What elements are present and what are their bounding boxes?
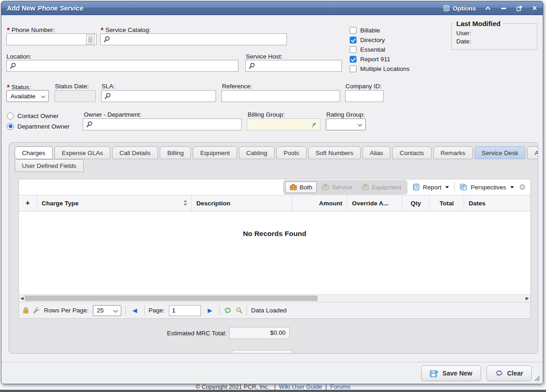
tab[interactable]: Charges (15, 146, 53, 159)
tab[interactable]: Alias (362, 146, 390, 159)
billing-group-input[interactable] (247, 118, 320, 130)
radio-button[interactable] (7, 123, 14, 130)
report-button[interactable]: Report (411, 183, 450, 191)
radio-option[interactable]: Contact Owner (7, 111, 82, 120)
checkbox-option[interactable]: Multiple Locations (350, 64, 410, 74)
checkbox-option[interactable]: Billable (350, 26, 410, 35)
billing-group-label: Billing Group: (248, 111, 285, 118)
column-header[interactable]: Override A... (347, 195, 402, 211)
checkbox[interactable] (350, 27, 357, 34)
sort-icon[interactable] (184, 200, 187, 206)
location-label: Location: (6, 53, 32, 60)
dialog-titlebar[interactable]: Add NewPhone Service Options (1, 1, 543, 15)
lock-icon[interactable] (23, 307, 29, 314)
company-id-input[interactable] (345, 90, 384, 102)
column-header[interactable]: Description (192, 195, 292, 211)
popout-icon[interactable] (515, 5, 523, 12)
minimize-icon[interactable] (500, 5, 507, 12)
close-icon[interactable]: × (531, 5, 538, 12)
filter-service-button[interactable]: Service (318, 182, 357, 193)
grid-body: No Records Found (19, 211, 530, 294)
horizontal-scrollbar[interactable]: ◀ ▶ (19, 294, 530, 302)
pager-divider (219, 306, 220, 316)
column-header[interactable]: Qty (402, 195, 430, 211)
rows-per-page-select[interactable]: 25 (93, 305, 121, 316)
tab[interactable]: Soft Numbers (308, 146, 361, 159)
scroll-right-icon[interactable]: ▶ (524, 295, 530, 301)
column-header[interactable]: Dates (464, 195, 530, 211)
forums-link[interactable]: Forums (330, 383, 350, 390)
checkbox[interactable] (350, 65, 357, 72)
rating-group-select[interactable] (326, 118, 366, 130)
page-input[interactable] (169, 305, 201, 316)
wrench-icon[interactable] (33, 307, 40, 314)
last-modified-date-label: Date: (456, 38, 471, 45)
prev-page-icon[interactable]: ◀ (130, 307, 140, 314)
tab[interactable]: Contacts (392, 146, 431, 159)
status-select[interactable]: Available (6, 90, 49, 102)
checkbox-label: Multiple Locations (360, 65, 410, 72)
filter-both-button[interactable]: Both (285, 182, 317, 193)
tab[interactable]: Cabling (239, 146, 275, 159)
no-records-message: No Records Found (19, 211, 530, 238)
checkbox-option[interactable]: Directory (350, 35, 410, 45)
radio-button[interactable] (7, 113, 14, 119)
reference-input[interactable] (222, 90, 340, 102)
tab[interactable]: User Defined Fields (15, 159, 84, 172)
checkbox-option[interactable]: Essential (350, 45, 410, 54)
scrollbar-thumb[interactable] (25, 295, 318, 301)
grid-toolbar: Both Service Equipment Report (19, 179, 530, 195)
options-button[interactable]: Options (443, 5, 476, 12)
checkbox[interactable] (350, 46, 357, 53)
service-catalog-input[interactable] (100, 33, 287, 45)
gear-icon[interactable]: ⚙ (519, 183, 526, 191)
location-input[interactable] (6, 60, 238, 72)
grid-header: + Charge Type Description Amount (19, 195, 530, 211)
phone-number-input[interactable] (6, 33, 97, 45)
collapse-icon[interactable] (484, 5, 492, 12)
chevron-down-icon (41, 94, 46, 98)
column-label: Amount (319, 200, 342, 207)
tab[interactable]: Remarks (433, 146, 473, 159)
column-header[interactable]: + (19, 195, 37, 211)
next-page-icon[interactable]: ▶ (205, 307, 215, 314)
pager-divider (125, 306, 126, 316)
search-grid-icon[interactable] (236, 307, 243, 314)
service-host-input[interactable] (245, 60, 342, 72)
column-header[interactable]: Amount (292, 195, 347, 211)
refresh-icon[interactable] (224, 307, 232, 314)
tab[interactable]: Attachments (527, 146, 538, 159)
perspectives-button[interactable]: Perspectives (459, 183, 514, 191)
tab[interactable]: Expense GLAs (54, 146, 110, 159)
radio-label: Contact Owner (17, 113, 59, 119)
column-header[interactable]: Total (430, 195, 464, 211)
resize-grip[interactable] (533, 374, 540, 381)
tab[interactable]: Billing (160, 146, 191, 159)
column-header[interactable]: Charge Type (37, 195, 192, 211)
page-bottom-band (0, 390, 546, 392)
tab[interactable]: Equipment (193, 146, 237, 159)
clear-button[interactable]: Clear (487, 365, 532, 381)
service-flags: Billable Directory Essential Report 911 … (350, 26, 410, 74)
filter-equipment-button[interactable]: Equipment (357, 182, 405, 193)
checkbox[interactable] (350, 56, 357, 63)
column-label: + (26, 199, 30, 207)
checkbox-option[interactable]: Report 911 (350, 54, 410, 64)
owner-department-input[interactable] (83, 118, 242, 130)
scroll-left-icon[interactable]: ◀ (19, 295, 25, 301)
save-new-button[interactable]: Save New (421, 365, 481, 381)
options-icon (443, 5, 450, 11)
tab[interactable]: Pools (276, 146, 307, 159)
radio-option[interactable]: Department Owner (7, 122, 82, 131)
toolbar-divider (454, 182, 454, 192)
checkbox[interactable] (350, 37, 357, 43)
phone-directory-icon[interactable] (86, 34, 95, 44)
sla-label: SLA: (102, 83, 115, 90)
wiki-user-guide-link[interactable]: Wiki User Guide (279, 383, 322, 390)
tab[interactable]: Call Details (112, 146, 158, 159)
checkbox-label: Essential (360, 46, 385, 53)
tab[interactable]: Service Desk (475, 146, 526, 159)
page: © Copyright 2021 PCR, Inc. | Wiki User G… (0, 0, 546, 392)
status-value: Available (11, 93, 36, 100)
sla-input[interactable] (101, 90, 216, 102)
